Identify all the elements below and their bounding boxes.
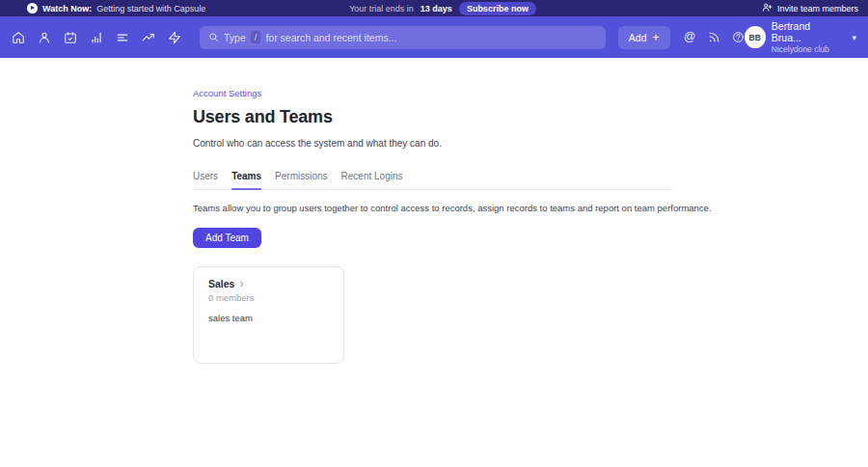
invite-team-members-button[interactable]: Invite team members	[762, 2, 858, 14]
team-card-sales[interactable]: Sales › 0 members sales team	[193, 266, 344, 364]
trending-icon[interactable]	[142, 31, 155, 44]
top-navigation: Type / for search and recent items... Ad…	[0, 16, 868, 58]
play-icon	[27, 3, 38, 14]
at-sign-icon[interactable]: @	[684, 31, 696, 43]
avatar: BB	[745, 26, 766, 48]
user-plus-icon	[762, 2, 773, 14]
search-placeholder-prefix: Type	[224, 32, 246, 43]
search-placeholder-suffix: for search and recent items...	[265, 32, 396, 43]
calendar-icon[interactable]	[64, 31, 77, 44]
page-subtitle: Control who can access the system and wh…	[193, 138, 868, 149]
invite-label: Invite team members	[777, 4, 858, 14]
slash-key-hint: /	[251, 31, 261, 43]
sales-chart-icon[interactable]	[90, 31, 103, 44]
trial-banner: Watch Now: Getting started with Capsule …	[0, 0, 868, 16]
app-window: Watch Now: Getting started with Capsule …	[0, 0, 868, 467]
watch-now-link[interactable]: Watch Now: Getting started with Capsule	[27, 3, 349, 14]
user-name: Bertrand Brua...	[772, 20, 841, 44]
tab-users[interactable]: Users	[193, 171, 218, 189]
nav-icon-group	[12, 31, 181, 44]
team-description: sales team	[208, 313, 329, 323]
search-icon	[208, 32, 219, 42]
watch-now-text: Getting started with Capsule	[96, 4, 205, 14]
home-icon[interactable]	[12, 31, 25, 44]
plus-icon: +	[653, 31, 660, 44]
breadcrumb-account-settings[interactable]: Account Settings	[193, 88, 261, 98]
trial-text: Your trial ends in	[349, 4, 414, 14]
tab-permissions[interactable]: Permissions	[275, 171, 327, 189]
add-team-button[interactable]: Add Team	[193, 228, 261, 248]
utility-icon-group: @	[684, 31, 745, 43]
search-input[interactable]: Type / for search and recent items...	[200, 26, 606, 49]
tab-teams[interactable]: Teams	[231, 171, 261, 189]
add-button[interactable]: Add +	[618, 26, 670, 49]
people-icon[interactable]	[38, 31, 51, 44]
chevron-right-icon: ›	[239, 279, 243, 288]
settings-page: Account Settings Users and Teams Control…	[0, 58, 868, 467]
trial-days-remaining: 13 days	[420, 4, 452, 14]
subscribe-now-button[interactable]: Subscribe now	[459, 2, 536, 15]
user-organisation: Nicelydone club	[772, 44, 841, 54]
trial-info: Your trial ends in 13 days Subscribe now	[349, 2, 536, 15]
teams-description: Teams allow you to group users together …	[193, 203, 868, 213]
tab-recent-logins[interactable]: Recent Logins	[341, 171, 403, 189]
team-name-link[interactable]: Sales	[208, 278, 234, 289]
lightning-icon[interactable]	[168, 31, 181, 44]
banner-right: Invite team members	[536, 2, 858, 14]
user-menu[interactable]: BB Bertrand Brua... Nicelydone club ▾	[745, 20, 856, 54]
add-label: Add	[629, 32, 647, 43]
team-member-count: 0 members	[208, 292, 329, 303]
user-meta: Bertrand Brua... Nicelydone club	[772, 20, 841, 54]
help-icon[interactable]	[732, 31, 745, 43]
team-card-header: Sales ›	[208, 278, 329, 289]
page-title: Users and Teams	[193, 107, 868, 127]
watch-now-label: Watch Now:	[42, 4, 92, 14]
chevron-down-icon: ▾	[852, 33, 856, 42]
broadcast-icon[interactable]	[708, 31, 720, 43]
list-icon[interactable]	[116, 31, 129, 44]
tab-bar: Users Teams Permissions Recent Logins	[193, 171, 672, 190]
